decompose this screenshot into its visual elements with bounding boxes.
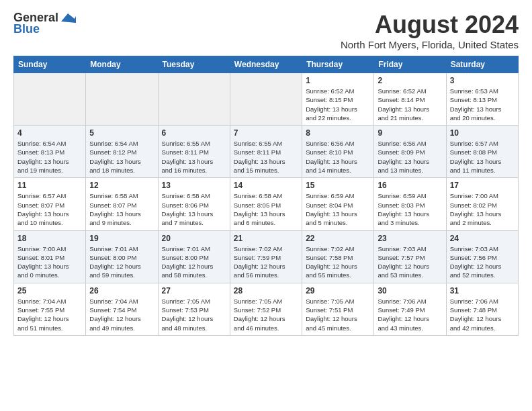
calendar-cell: 13Sunrise: 6:58 AM Sunset: 8:06 PM Dayli… bbox=[158, 178, 230, 230]
day-info: Sunrise: 6:58 AM Sunset: 8:06 PM Dayligh… bbox=[162, 191, 226, 227]
calendar-cell bbox=[158, 73, 230, 126]
calendar-cell: 21Sunrise: 7:02 AM Sunset: 7:59 PM Dayli… bbox=[230, 230, 302, 283]
day-info: Sunrise: 7:01 AM Sunset: 8:00 PM Dayligh… bbox=[162, 244, 226, 280]
day-info: Sunrise: 7:04 AM Sunset: 7:54 PM Dayligh… bbox=[89, 297, 154, 332]
location-title: North Fort Myers, Florida, United States bbox=[341, 39, 519, 50]
calendar-cell: 28Sunrise: 7:05 AM Sunset: 7:52 PM Dayli… bbox=[230, 283, 302, 335]
day-number: 25 bbox=[17, 286, 82, 295]
logo-blue: Blue bbox=[13, 22, 40, 36]
day-number: 24 bbox=[450, 234, 515, 243]
calendar-week-row: 25Sunrise: 7:04 AM Sunset: 7:55 PM Dayli… bbox=[14, 283, 519, 335]
day-info: Sunrise: 6:58 AM Sunset: 8:05 PM Dayligh… bbox=[234, 191, 298, 227]
day-info: Sunrise: 7:04 AM Sunset: 7:55 PM Dayligh… bbox=[17, 297, 82, 332]
calendar-week-row: 11Sunrise: 6:57 AM Sunset: 8:07 PM Dayli… bbox=[14, 178, 519, 230]
day-number: 10 bbox=[450, 128, 515, 138]
calendar-cell bbox=[230, 73, 302, 126]
day-info: Sunrise: 6:52 AM Sunset: 8:14 PM Dayligh… bbox=[378, 87, 442, 122]
day-info: Sunrise: 6:57 AM Sunset: 8:07 PM Dayligh… bbox=[17, 191, 82, 227]
header: General Blue August 2024 North Fort Myer… bbox=[13, 11, 519, 50]
day-info: Sunrise: 6:56 AM Sunset: 8:09 PM Dayligh… bbox=[378, 139, 442, 175]
weekday-header: Wednesday bbox=[230, 56, 302, 73]
month-title: August 2024 bbox=[341, 11, 519, 39]
day-info: Sunrise: 7:06 AM Sunset: 7:48 PM Dayligh… bbox=[450, 297, 515, 332]
calendar-week-row: 18Sunrise: 7:00 AM Sunset: 8:01 PM Dayli… bbox=[14, 230, 519, 283]
day-info: Sunrise: 7:06 AM Sunset: 7:49 PM Dayligh… bbox=[378, 297, 442, 332]
day-number: 31 bbox=[450, 286, 515, 295]
day-info: Sunrise: 6:57 AM Sunset: 8:08 PM Dayligh… bbox=[450, 139, 515, 175]
calendar-cell: 16Sunrise: 6:59 AM Sunset: 8:03 PM Dayli… bbox=[374, 178, 446, 230]
logo: General Blue bbox=[13, 11, 76, 36]
day-number: 12 bbox=[89, 181, 154, 190]
calendar-cell: 8Sunrise: 6:56 AM Sunset: 8:10 PM Daylig… bbox=[302, 126, 374, 178]
calendar-cell: 6Sunrise: 6:55 AM Sunset: 8:11 PM Daylig… bbox=[158, 126, 230, 178]
calendar-cell: 4Sunrise: 6:54 AM Sunset: 8:13 PM Daylig… bbox=[14, 126, 86, 178]
day-info: Sunrise: 7:02 AM Sunset: 7:59 PM Dayligh… bbox=[234, 244, 298, 280]
day-info: Sunrise: 6:59 AM Sunset: 8:03 PM Dayligh… bbox=[378, 191, 442, 227]
calendar-cell: 29Sunrise: 7:05 AM Sunset: 7:51 PM Dayli… bbox=[302, 283, 374, 335]
day-number: 23 bbox=[378, 234, 442, 243]
calendar-cell: 11Sunrise: 6:57 AM Sunset: 8:07 PM Dayli… bbox=[14, 178, 86, 230]
day-number: 18 bbox=[17, 234, 82, 243]
calendar-cell: 19Sunrise: 7:01 AM Sunset: 8:00 PM Dayli… bbox=[86, 230, 158, 283]
day-info: Sunrise: 7:03 AM Sunset: 7:57 PM Dayligh… bbox=[378, 244, 442, 280]
calendar-cell: 12Sunrise: 6:58 AM Sunset: 8:07 PM Dayli… bbox=[86, 178, 158, 230]
day-info: Sunrise: 7:01 AM Sunset: 8:00 PM Dayligh… bbox=[89, 244, 154, 280]
calendar-cell: 15Sunrise: 6:59 AM Sunset: 8:04 PM Dayli… bbox=[302, 178, 374, 230]
day-info: Sunrise: 6:55 AM Sunset: 8:11 PM Dayligh… bbox=[234, 139, 298, 175]
calendar-cell: 22Sunrise: 7:02 AM Sunset: 7:58 PM Dayli… bbox=[302, 230, 374, 283]
calendar-cell bbox=[14, 73, 86, 126]
calendar-cell: 2Sunrise: 6:52 AM Sunset: 8:14 PM Daylig… bbox=[374, 73, 446, 126]
calendar-cell: 18Sunrise: 7:00 AM Sunset: 8:01 PM Dayli… bbox=[14, 230, 86, 283]
day-info: Sunrise: 6:58 AM Sunset: 8:07 PM Dayligh… bbox=[89, 191, 154, 227]
day-number: 26 bbox=[89, 286, 154, 295]
day-info: Sunrise: 7:02 AM Sunset: 7:58 PM Dayligh… bbox=[306, 244, 370, 280]
day-number: 29 bbox=[306, 286, 370, 295]
day-number: 16 bbox=[378, 181, 442, 190]
day-number: 30 bbox=[378, 286, 442, 295]
day-number: 11 bbox=[17, 181, 82, 190]
calendar-cell: 24Sunrise: 7:03 AM Sunset: 7:56 PM Dayli… bbox=[446, 230, 518, 283]
day-info: Sunrise: 6:55 AM Sunset: 8:11 PM Dayligh… bbox=[162, 139, 226, 175]
calendar-cell: 23Sunrise: 7:03 AM Sunset: 7:57 PM Dayli… bbox=[374, 230, 446, 283]
calendar-cell: 10Sunrise: 6:57 AM Sunset: 8:08 PM Dayli… bbox=[446, 126, 518, 178]
day-info: Sunrise: 6:56 AM Sunset: 8:10 PM Dayligh… bbox=[306, 139, 370, 175]
day-number: 3 bbox=[450, 76, 515, 85]
calendar-cell: 9Sunrise: 6:56 AM Sunset: 8:09 PM Daylig… bbox=[374, 126, 446, 178]
day-number: 17 bbox=[450, 181, 515, 190]
calendar-week-row: 4Sunrise: 6:54 AM Sunset: 8:13 PM Daylig… bbox=[14, 126, 519, 178]
day-info: Sunrise: 6:53 AM Sunset: 8:13 PM Dayligh… bbox=[450, 87, 515, 122]
day-number: 9 bbox=[378, 128, 442, 138]
calendar-cell: 3Sunrise: 6:53 AM Sunset: 8:13 PM Daylig… bbox=[446, 73, 518, 126]
weekday-header: Saturday bbox=[446, 56, 518, 73]
weekday-header: Tuesday bbox=[158, 56, 230, 73]
calendar-cell: 26Sunrise: 7:04 AM Sunset: 7:54 PM Dayli… bbox=[86, 283, 158, 335]
day-info: Sunrise: 6:54 AM Sunset: 8:13 PM Dayligh… bbox=[17, 139, 82, 175]
day-number: 5 bbox=[89, 128, 154, 138]
calendar-cell: 14Sunrise: 6:58 AM Sunset: 8:05 PM Dayli… bbox=[230, 178, 302, 230]
day-number: 6 bbox=[162, 128, 226, 138]
logo-icon bbox=[61, 12, 76, 23]
calendar-table: SundayMondayTuesdayWednesdayThursdayFrid… bbox=[13, 56, 519, 336]
calendar-cell: 25Sunrise: 7:04 AM Sunset: 7:55 PM Dayli… bbox=[14, 283, 86, 335]
calendar-cell: 30Sunrise: 7:06 AM Sunset: 7:49 PM Dayli… bbox=[374, 283, 446, 335]
calendar-cell: 7Sunrise: 6:55 AM Sunset: 8:11 PM Daylig… bbox=[230, 126, 302, 178]
title-area: August 2024 North Fort Myers, Florida, U… bbox=[341, 11, 519, 50]
weekday-header: Monday bbox=[86, 56, 158, 73]
day-info: Sunrise: 7:00 AM Sunset: 8:01 PM Dayligh… bbox=[17, 244, 82, 280]
day-info: Sunrise: 7:05 AM Sunset: 7:53 PM Dayligh… bbox=[162, 297, 226, 332]
day-info: Sunrise: 6:54 AM Sunset: 8:12 PM Dayligh… bbox=[89, 139, 154, 175]
day-info: Sunrise: 7:03 AM Sunset: 7:56 PM Dayligh… bbox=[450, 244, 515, 280]
weekday-header: Thursday bbox=[302, 56, 374, 73]
svg-marker-0 bbox=[61, 13, 76, 23]
day-number: 20 bbox=[162, 234, 226, 243]
calendar-cell: 5Sunrise: 6:54 AM Sunset: 8:12 PM Daylig… bbox=[86, 126, 158, 178]
calendar-cell: 20Sunrise: 7:01 AM Sunset: 8:00 PM Dayli… bbox=[158, 230, 230, 283]
day-info: Sunrise: 7:05 AM Sunset: 7:52 PM Dayligh… bbox=[234, 297, 298, 332]
weekday-header: Sunday bbox=[14, 56, 86, 73]
day-info: Sunrise: 7:00 AM Sunset: 8:02 PM Dayligh… bbox=[450, 191, 515, 227]
day-number: 21 bbox=[234, 234, 298, 243]
day-info: Sunrise: 6:52 AM Sunset: 8:15 PM Dayligh… bbox=[306, 87, 370, 122]
calendar-cell: 1Sunrise: 6:52 AM Sunset: 8:15 PM Daylig… bbox=[302, 73, 374, 126]
day-number: 22 bbox=[306, 234, 370, 243]
header-row: SundayMondayTuesdayWednesdayThursdayFrid… bbox=[14, 56, 519, 73]
